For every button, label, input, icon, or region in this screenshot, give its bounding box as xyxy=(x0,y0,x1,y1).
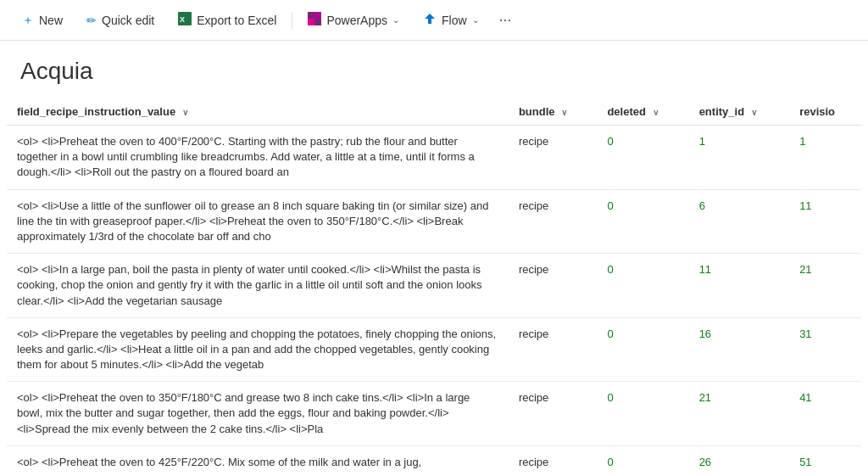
cell-entity-id: 6 xyxy=(689,189,789,254)
svg-rect-3 xyxy=(314,12,321,19)
export-label: Export to Excel xyxy=(197,14,276,27)
cell-deleted: 0 xyxy=(597,126,688,190)
cell-revision: 1 xyxy=(789,126,861,190)
table-row: <ol> <li>Prepare the vegetables by peeli… xyxy=(7,317,861,382)
cell-deleted: 0 xyxy=(597,189,688,254)
svg-rect-2 xyxy=(308,12,314,19)
sort-icon-deleted: ∨ xyxy=(653,108,659,117)
cell-deleted: 0 xyxy=(597,254,688,318)
cell-bundle: recipe xyxy=(509,126,598,190)
data-table: field_recipe_instruction_value ∨ bundle … xyxy=(7,98,861,476)
more-button[interactable]: ··· xyxy=(491,6,520,34)
sort-icon-field: ∨ xyxy=(182,108,188,117)
cell-entity-id: 1 xyxy=(689,126,789,190)
cell-deleted: 0 xyxy=(597,382,688,446)
data-table-container: field_recipe_instruction_value ∨ bundle … xyxy=(0,98,868,476)
toolbar-separator-1 xyxy=(292,12,292,29)
cell-field: <ol> <li>Preheat the oven to 400°F/200°C… xyxy=(7,126,509,190)
cell-revision: 11 xyxy=(789,189,861,254)
powerapps-label: PowerApps xyxy=(326,14,387,27)
cell-revision: 21 xyxy=(789,254,861,318)
quick-edit-label: Quick edit xyxy=(102,14,154,27)
powerapps-button[interactable]: PowerApps ⌄ xyxy=(296,7,411,33)
cell-revision: 31 xyxy=(789,317,861,382)
cell-field: <ol> <li>In a large pan, boil the pasta … xyxy=(7,254,509,318)
sort-icon-bundle: ∨ xyxy=(561,108,567,117)
table-header: field_recipe_instruction_value ∨ bundle … xyxy=(7,98,861,126)
flow-icon xyxy=(423,12,437,28)
col-header-revision[interactable]: revisio xyxy=(789,98,861,126)
cell-revision: 41 xyxy=(789,382,861,446)
cell-field: <ol> <li>Use a little of the sunflower o… xyxy=(7,189,509,254)
cell-entity-id: 21 xyxy=(689,382,789,446)
new-label: New xyxy=(39,14,63,27)
svg-rect-4 xyxy=(308,19,314,25)
col-header-deleted[interactable]: deleted ∨ xyxy=(597,98,688,126)
table-row: <ol> <li>In a large pan, boil the pasta … xyxy=(7,254,861,318)
cell-bundle: recipe xyxy=(509,189,598,254)
cell-revision: 51 xyxy=(789,445,861,476)
table-row: <ol> <li>Use a little of the sunflower o… xyxy=(7,189,861,254)
plus-icon: ＋ xyxy=(22,13,34,28)
table-row: <ol> <li>Preheat the oven to 425°F/220°C… xyxy=(7,445,861,476)
flow-chevron-icon: ⌄ xyxy=(472,15,479,25)
page-title: Acquia xyxy=(0,41,868,98)
flow-button[interactable]: Flow ⌄ xyxy=(411,7,491,33)
cell-entity-id: 11 xyxy=(689,254,789,318)
svg-text:X: X xyxy=(180,15,185,24)
quick-edit-button[interactable]: ✏ Quick edit xyxy=(75,8,166,32)
flow-label: Flow xyxy=(442,14,467,27)
toolbar: ＋ New ✏ Quick edit X Export to Excel Pow… xyxy=(0,0,868,41)
table-row: <ol> <li>Preheat the oven to 350°F/180°C… xyxy=(7,382,861,446)
export-button[interactable]: X Export to Excel xyxy=(166,7,288,33)
cell-bundle: recipe xyxy=(509,445,598,476)
svg-rect-5 xyxy=(314,19,321,25)
cell-entity-id: 16 xyxy=(689,317,789,382)
cell-bundle: recipe xyxy=(509,317,598,382)
cell-field: <ol> <li>Preheat the oven to 350°F/180°C… xyxy=(7,382,509,446)
cell-deleted: 0 xyxy=(597,317,688,382)
powerapps-chevron-icon: ⌄ xyxy=(392,15,399,25)
new-button[interactable]: ＋ New xyxy=(10,8,75,33)
cell-field: <ol> <li>Preheat the oven to 425°F/220°C… xyxy=(7,445,509,476)
cell-entity-id: 26 xyxy=(689,445,789,476)
col-header-bundle[interactable]: bundle ∨ xyxy=(509,98,598,126)
table-body: <ol> <li>Preheat the oven to 400°F/200°C… xyxy=(7,126,861,477)
excel-icon: X xyxy=(178,12,192,28)
sort-icon-entity-id: ∨ xyxy=(751,108,757,117)
col-header-field[interactable]: field_recipe_instruction_value ∨ xyxy=(7,98,509,126)
pencil-icon: ✏ xyxy=(86,14,97,27)
col-header-entity-id[interactable]: entity_id ∨ xyxy=(689,98,789,126)
cell-bundle: recipe xyxy=(509,254,598,318)
cell-deleted: 0 xyxy=(597,445,688,476)
powerapps-icon xyxy=(308,12,321,28)
cell-bundle: recipe xyxy=(509,382,598,446)
cell-field: <ol> <li>Prepare the vegetables by peeli… xyxy=(7,317,509,382)
table-row: <ol> <li>Preheat the oven to 400°F/200°C… xyxy=(7,126,861,190)
